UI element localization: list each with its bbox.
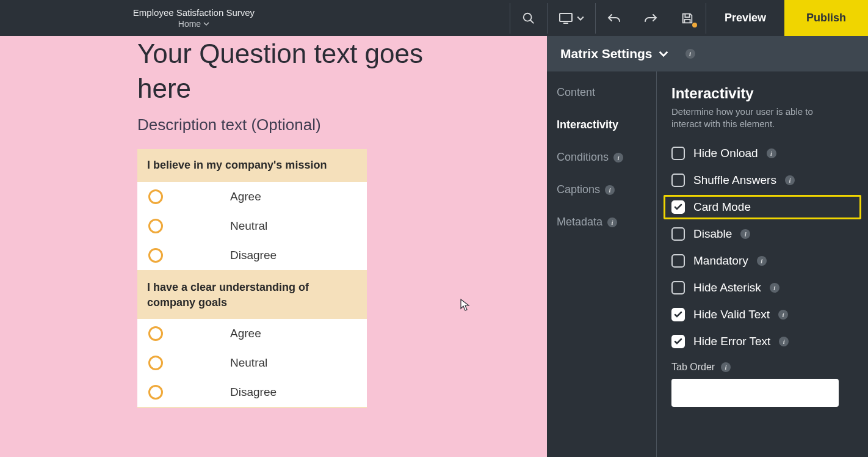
option-label: Disagree (230, 249, 277, 262)
undo-icon (607, 12, 621, 24)
checkbox[interactable] (671, 254, 685, 268)
question-description[interactable]: Description text (Optional) (137, 115, 547, 134)
top-bar: Employee Satisfaction Survey Home Previe… (0, 0, 868, 36)
info-icon[interactable]: i (779, 337, 789, 346)
svg-rect-2 (560, 13, 572, 21)
editor-canvas[interactable]: Your Question text goes here Description… (0, 36, 547, 457)
svg-point-0 (524, 13, 532, 21)
info-icon[interactable]: i (757, 256, 767, 266)
checkbox-label: Shuffle Answers (693, 174, 776, 187)
search-icon (522, 12, 535, 25)
radio-icon[interactable] (148, 326, 163, 341)
info-icon[interactable]: i (740, 229, 750, 239)
info-icon[interactable]: i (770, 283, 779, 293)
check-icon (674, 310, 682, 319)
checkbox[interactable] (671, 227, 685, 241)
info-icon[interactable]: i (767, 148, 776, 158)
option-label: Neutral (230, 356, 267, 370)
checkbox-label: Mandatory (693, 254, 748, 268)
search-button[interactable] (510, 0, 547, 36)
section-title: Interactivity (671, 85, 853, 102)
info-icon[interactable]: i (721, 362, 731, 372)
redo-icon (643, 12, 658, 24)
chevron-down-icon (203, 21, 209, 27)
title-group: Employee Satisfaction Survey Home (0, 7, 388, 29)
checkbox[interactable] (671, 335, 685, 348)
option-label: Agree (230, 190, 261, 203)
project-title: Employee Satisfaction Survey (0, 7, 388, 18)
device-preview-button[interactable] (548, 0, 595, 36)
nav-label: Conditions (557, 151, 609, 164)
nav-label: Interactivity (557, 119, 618, 131)
divider (137, 407, 367, 408)
nav-label: Captions (557, 183, 600, 196)
info-icon[interactable]: i (785, 175, 795, 185)
radio-icon[interactable] (148, 385, 163, 400)
toolbar: Preview Publish (510, 0, 868, 36)
nav-content[interactable]: Content (557, 86, 656, 99)
nav-interactivity[interactable]: Interactivity (557, 119, 656, 131)
checkbox-list: Hide OnloadiShuffle AnswersiCard ModeDis… (671, 147, 853, 348)
save-icon (681, 12, 694, 25)
radio-icon[interactable] (148, 189, 163, 204)
undo-button[interactable] (596, 0, 632, 36)
preview-button[interactable]: Preview (706, 0, 784, 36)
checkbox-label: Hide Onload (693, 147, 758, 160)
checkbox-label: Hide Asterisk (693, 281, 761, 294)
breadcrumb[interactable]: Home (0, 19, 388, 29)
checkbox[interactable] (671, 147, 685, 160)
redo-button[interactable] (632, 0, 669, 36)
chevron-down-icon (659, 49, 668, 59)
checkbox[interactable] (671, 200, 685, 214)
matrix-option[interactable]: Neutral (137, 211, 367, 241)
checkbox-row-mandatory: Mandatoryi (671, 254, 853, 268)
matrix-card: I believe in my company's mission Agree … (137, 149, 367, 269)
matrix-option[interactable]: Agree (137, 182, 367, 211)
info-icon[interactable]: i (685, 49, 695, 59)
checkbox[interactable] (671, 281, 685, 294)
label-text: Tab Order (671, 362, 715, 373)
settings-panel: Matrix Settings i Content Interactivity … (547, 36, 868, 457)
checkbox-row-hide-asterisk: Hide Asteriski (671, 281, 853, 294)
tab-order-label: Tab Order i (671, 362, 853, 373)
checkbox[interactable] (671, 174, 685, 187)
radio-icon[interactable] (148, 248, 163, 263)
option-label: Agree (230, 327, 261, 340)
save-button[interactable] (669, 0, 706, 36)
checkbox-label: Hide Valid Text (693, 308, 770, 321)
checkbox[interactable] (671, 308, 685, 321)
matrix-option[interactable]: Disagree (137, 241, 367, 270)
matrix-card-list: I believe in my company's mission Agree … (137, 149, 367, 408)
radio-icon[interactable] (148, 219, 163, 233)
settings-panel-header[interactable]: Matrix Settings i (547, 36, 868, 71)
nav-captions[interactable]: Captionsi (557, 183, 656, 196)
panel-body: Content Interactivity Conditionsi Captio… (547, 71, 868, 457)
svg-line-1 (530, 20, 534, 23)
nav-label: Metadata (557, 216, 602, 228)
breadcrumb-label: Home (178, 19, 201, 29)
option-label: Neutral (230, 219, 267, 233)
checkbox-row-disable: Disablei (671, 227, 853, 241)
matrix-card: I have a clear understanding of company … (137, 271, 367, 407)
matrix-row-label[interactable]: I have a clear understanding of company … (137, 271, 367, 319)
info-icon[interactable]: i (607, 218, 617, 227)
option-label: Disagree (230, 386, 277, 399)
checkbox-row-shuffle-answers: Shuffle Answersi (671, 174, 853, 187)
tab-order-input[interactable] (671, 379, 839, 407)
checkbox-label: Hide Error Text (693, 335, 770, 348)
settings-content: Interactivity Determine how your user is… (657, 71, 868, 457)
matrix-row-label[interactable]: I believe in my company's mission (137, 149, 367, 181)
radio-icon[interactable] (148, 356, 163, 370)
question-title[interactable]: Your Question text goes here (137, 36, 479, 106)
info-icon[interactable]: i (613, 153, 623, 163)
checkbox-row-hide-error-text: Hide Error Texti (671, 335, 853, 348)
matrix-option[interactable]: Agree (137, 319, 367, 348)
nav-conditions[interactable]: Conditionsi (557, 151, 656, 164)
info-icon[interactable]: i (605, 185, 615, 195)
nav-metadata[interactable]: Metadatai (557, 216, 656, 228)
info-icon[interactable]: i (778, 310, 788, 320)
matrix-option[interactable]: Neutral (137, 348, 367, 378)
publish-button[interactable]: Publish (784, 0, 868, 36)
section-subtitle: Determine how your user is able to inter… (671, 106, 830, 131)
matrix-option[interactable]: Disagree (137, 378, 367, 407)
